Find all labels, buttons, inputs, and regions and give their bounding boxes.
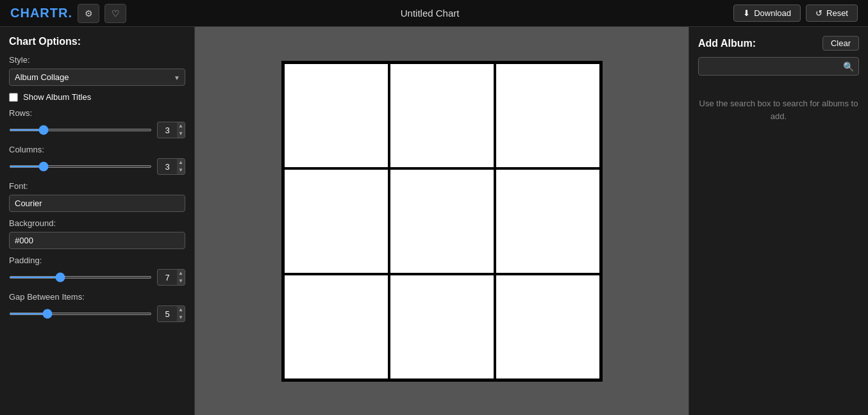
padding-slider-row: 7 ▲ ▼ <box>9 269 185 286</box>
search-hint: Use the search box to search for albums … <box>698 97 859 122</box>
style-select[interactable]: Album Collage Top Albums Top Artists <box>9 69 185 86</box>
clear-button[interactable]: Clear <box>822 36 859 51</box>
sidebar: Chart Options: Style: Album Collage Top … <box>0 27 195 415</box>
collage-cell <box>495 168 601 274</box>
background-label: Background: <box>9 218 185 228</box>
gap-increment[interactable]: ▲ <box>177 306 185 314</box>
collage-grid <box>281 61 603 382</box>
download-icon: ⬇ <box>743 8 750 18</box>
rows-increment[interactable]: ▲ <box>177 122 185 130</box>
collage-cell <box>495 274 601 380</box>
gap-value: 5 <box>158 309 177 319</box>
download-button[interactable]: ⬇ Download <box>733 4 801 22</box>
gap-slider-row: 5 ▲ ▼ <box>9 305 185 322</box>
columns-label: Columns: <box>9 145 185 154</box>
rows-spinner-arrows: ▲ ▼ <box>177 122 185 138</box>
padding-decrement[interactable]: ▼ <box>177 277 185 285</box>
style-label: Style: <box>9 55 185 65</box>
columns-increment[interactable]: ▲ <box>177 159 185 167</box>
rows-label: Rows: <box>9 108 185 118</box>
collage-cell <box>389 63 495 168</box>
collage-cell <box>283 274 389 380</box>
columns-decrement[interactable]: ▼ <box>177 167 185 174</box>
collage-cell <box>389 274 495 380</box>
gap-spinner: 5 ▲ ▼ <box>157 305 185 322</box>
rows-decrement[interactable]: ▼ <box>177 130 185 138</box>
gear-icon: ⚙ <box>85 8 93 19</box>
reset-label: Reset <box>826 8 848 18</box>
download-label: Download <box>754 8 791 18</box>
collage-cell <box>283 168 389 274</box>
rows-slider-row: 3 ▲ ▼ <box>9 122 185 138</box>
padding-label: Padding: <box>9 256 185 265</box>
settings-button[interactable]: ⚙ <box>78 4 99 23</box>
columns-slider[interactable] <box>9 165 152 168</box>
header: CHARTR. ⚙ ♡ Untitled Chart ⬇ Download ↺ … <box>0 0 868 27</box>
columns-slider-row: 3 ▲ ▼ <box>9 158 185 175</box>
favorites-button[interactable]: ♡ <box>104 4 126 23</box>
right-panel: Add Album: Clear 🔍 Use the search box to… <box>689 27 868 415</box>
rows-slider[interactable] <box>9 129 152 131</box>
font-input[interactable] <box>9 195 185 212</box>
collage-cell <box>495 63 601 168</box>
show-titles-checkbox[interactable] <box>9 93 18 102</box>
show-titles-label[interactable]: Show Album Titles <box>23 92 91 102</box>
chart-area <box>195 27 689 415</box>
gap-decrement[interactable]: ▼ <box>177 314 185 321</box>
padding-value: 7 <box>158 273 177 282</box>
reset-button[interactable]: ↺ Reset <box>806 4 858 22</box>
logo: CHARTR. <box>10 6 72 20</box>
gap-slider[interactable] <box>9 313 152 315</box>
add-album-title: Add Album: <box>698 38 756 49</box>
show-titles-row: Show Album Titles <box>9 92 185 102</box>
collage-cell <box>389 168 495 274</box>
columns-spinner-arrows: ▲ ▼ <box>177 159 185 174</box>
padding-slider[interactable] <box>9 276 152 279</box>
columns-value: 3 <box>158 162 177 172</box>
background-input[interactable] <box>9 232 185 249</box>
main-layout: Chart Options: Style: Album Collage Top … <box>0 27 868 415</box>
gap-spinner-arrows: ▲ ▼ <box>177 306 185 321</box>
rows-value: 3 <box>158 126 177 135</box>
search-input[interactable] <box>698 57 859 76</box>
padding-spinner-arrows: ▲ ▼ <box>177 270 185 285</box>
rows-spinner: 3 ▲ ▼ <box>157 122 185 138</box>
collage-cell <box>283 63 389 168</box>
font-label: Font: <box>9 181 185 191</box>
header-right: ⬇ Download ↺ Reset <box>733 4 858 22</box>
columns-spinner: 3 ▲ ▼ <box>157 158 185 175</box>
chart-title: Untitled Chart <box>401 8 460 19</box>
search-box: 🔍 <box>698 57 859 76</box>
header-left: CHARTR. ⚙ ♡ <box>10 4 126 23</box>
gap-label: Gap Between Items: <box>9 292 185 302</box>
reset-icon: ↺ <box>815 8 822 18</box>
heart-icon: ♡ <box>112 8 120 19</box>
chart-options-title: Chart Options: <box>9 36 185 47</box>
right-panel-header: Add Album: Clear <box>698 36 859 51</box>
padding-increment[interactable]: ▲ <box>177 270 185 277</box>
padding-spinner: 7 ▲ ▼ <box>157 269 185 286</box>
style-select-wrapper: Album Collage Top Albums Top Artists <box>9 69 185 86</box>
